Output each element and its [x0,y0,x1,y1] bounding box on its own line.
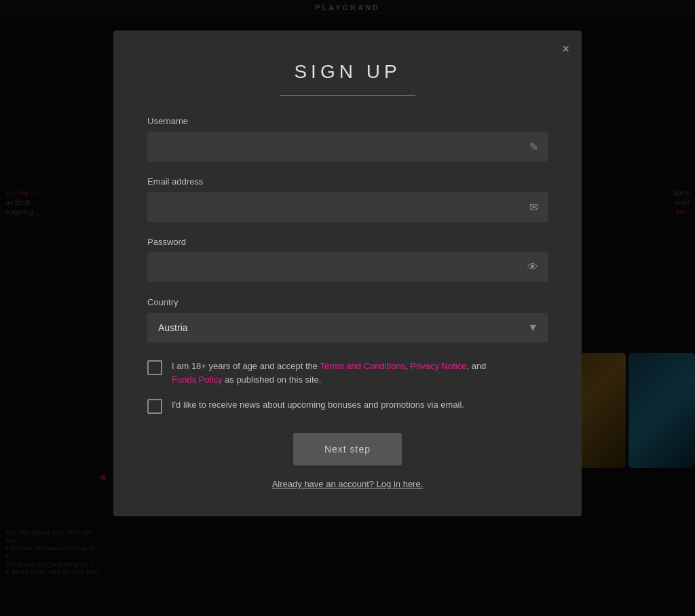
newsletter-checkbox[interactable] [147,399,162,414]
modal-header: SIGN UP [113,31,582,109]
modal-body: Username ✎ Email address ✉ Password [113,109,582,489]
terms-link[interactable]: Terms and Conditions [320,361,405,371]
close-button[interactable]: × [562,43,569,55]
password-group: Password 👁 [147,237,548,282]
funds-link[interactable]: Funds Policy [172,374,222,385]
terms-text-end: as published on this site. [222,374,321,385]
privacy-link[interactable]: Privacy Notice [410,361,466,371]
country-group: Country Austria Germany United Kingdom C… [147,297,548,343]
password-input[interactable] [147,252,548,282]
title-divider [280,95,415,96]
country-label: Country [147,297,548,307]
checkboxes-section: I am 18+ years of age and accept the Ter… [147,360,548,414]
next-step-button[interactable]: Next step [293,433,402,465]
modal-title: SIGN UP [147,61,548,83]
signup-modal: × SIGN UP Username ✎ Email address ✉ [113,31,582,516]
modal-backdrop: × SIGN UP Username ✎ Email address ✉ [0,0,695,616]
newsletter-checkbox-row: I'd like to receive news about upcoming … [147,398,548,414]
terms-text-before: I am 18+ years of age and accept the [172,361,320,371]
terms-checkbox-row: I am 18+ years of age and accept the Ter… [147,360,548,386]
terms-checkbox[interactable] [147,360,162,375]
email-group: Email address ✉ [147,176,548,222]
email-input[interactable] [147,192,548,222]
username-input-wrapper: ✎ [147,132,548,161]
username-input[interactable] [147,132,548,161]
newsletter-checkbox-text: I'd like to receive news about upcoming … [172,398,464,412]
login-link-section: Already have an account? Log in here. [147,479,548,489]
email-label: Email address [147,176,548,187]
password-label: Password [147,237,548,247]
email-input-wrapper: ✉ [147,192,548,222]
password-input-wrapper: 👁 [147,252,548,282]
eye-icon[interactable]: 👁 [527,261,538,273]
username-label: Username [147,116,548,126]
country-select-wrapper: Austria Germany United Kingdom Canada Au… [147,313,548,343]
country-select[interactable]: Austria Germany United Kingdom Canada Au… [147,313,548,343]
username-group: Username ✎ [147,116,548,161]
terms-checkbox-text: I am 18+ years of age and accept the Ter… [172,360,486,386]
terms-text-after: , and [466,361,486,371]
login-link[interactable]: Already have an account? Log in here. [272,479,424,489]
